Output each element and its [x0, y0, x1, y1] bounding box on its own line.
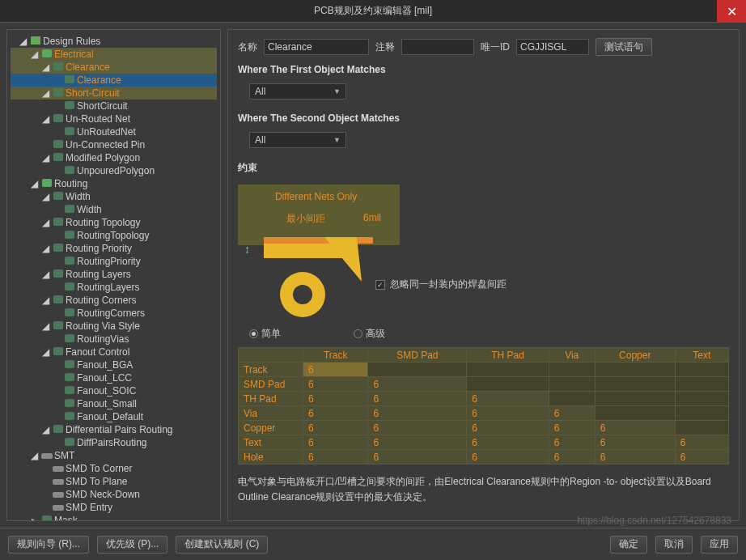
- tree-routing[interactable]: ◢Routing: [11, 177, 217, 190]
- pad-icon: [280, 272, 325, 317]
- tree-unconnected[interactable]: Un-Connected Pin: [11, 138, 217, 151]
- ok-button[interactable]: 确定: [610, 536, 647, 554]
- tree-width[interactable]: Width: [11, 203, 217, 216]
- comment-label: 注释: [375, 40, 395, 54]
- tree-layers-group[interactable]: ◢Routing Layers: [11, 268, 217, 281]
- tree-corners[interactable]: RoutingCorners: [11, 307, 217, 320]
- tree-width-group[interactable]: ◢Width: [11, 190, 217, 203]
- tree-fanout-bga[interactable]: Fanout_BGA: [11, 358, 217, 371]
- id-label: 唯一ID: [481, 40, 510, 54]
- advanced-radio[interactable]: 高级: [354, 327, 385, 341]
- clearance-matrix[interactable]: TrackSMD PadTH PadViaCopperText Track6 S…: [238, 347, 729, 465]
- tree-electrical[interactable]: ◢Electrical: [11, 48, 217, 61]
- tree-corners-group[interactable]: ◢Routing Corners: [11, 294, 217, 307]
- close-button[interactable]: ✕: [717, 0, 746, 23]
- cancel-button[interactable]: 取消: [655, 536, 693, 554]
- tree-fanout-group[interactable]: ◢Fanout Control: [11, 346, 217, 358]
- tree-diff-group[interactable]: ◢Differential Pairs Routing: [11, 423, 217, 436]
- arrow-icon: ↕: [244, 243, 250, 256]
- tree-root[interactable]: ◢Design Rules: [11, 35, 217, 48]
- tree-topo[interactable]: RoutingTopology: [11, 229, 217, 242]
- clearance-diagram: Different Nets Only 最小间距 6mil ↕ ✓ 忽略同一封装…: [238, 185, 729, 322]
- comment-input[interactable]: [401, 39, 474, 55]
- where-second-dropdown[interactable]: All▼: [249, 132, 346, 148]
- ignore-pad-checkbox[interactable]: ✓: [375, 280, 385, 290]
- diff-nets-label: Different Nets Only: [275, 191, 357, 202]
- window-title: PCB规则及约束编辑器 [mil]: [314, 4, 432, 18]
- test-button[interactable]: 测试语句: [596, 38, 652, 56]
- where-first-dropdown[interactable]: All▼: [249, 83, 346, 100]
- tree-modpoly[interactable]: UnpouredPolygon: [11, 164, 217, 177]
- detail-panel: 名称 注释 唯一ID 测试语句 Where The First Object M…: [227, 29, 740, 521]
- tree-prio-group[interactable]: ◢Routing Priority: [11, 242, 217, 255]
- tree-fanout-lcc[interactable]: Fanout_LCC: [11, 371, 217, 384]
- chevron-down-icon: ▼: [333, 136, 341, 144]
- tree-unrouted[interactable]: UnRoutedNet: [11, 125, 217, 138]
- tree-layers[interactable]: RoutingLayers: [11, 281, 217, 294]
- tree-short-group[interactable]: ◢Short-Circuit: [11, 87, 217, 100]
- tree-unrouted-group[interactable]: ◢Un-Routed Net: [11, 112, 217, 125]
- tree-smt-plane[interactable]: SMD To Plane: [11, 475, 217, 488]
- footnote-text: 电气对象与电路板开口/凹槽之间要求的间距，由Electrical Clearan…: [238, 474, 729, 505]
- tree-fanout-default[interactable]: Fanout_Default: [11, 410, 217, 423]
- min-clearance-label: 最小间距: [286, 212, 325, 226]
- min-clearance-value: 6mil: [363, 212, 381, 223]
- tree-clearance[interactable]: Clearance: [11, 74, 217, 87]
- rules-tree[interactable]: ◢Design Rules ◢Electrical ◢Clearance Cle…: [6, 29, 221, 521]
- constraints-label: 约束: [238, 161, 729, 175]
- id-input[interactable]: [516, 39, 589, 55]
- tree-short[interactable]: ShortCircuit: [11, 100, 217, 112]
- simple-radio[interactable]: 简单: [249, 327, 281, 341]
- tree-topo-group[interactable]: ◢Routing Topology: [11, 216, 217, 229]
- wizard-button[interactable]: 规则向导 (R)...: [8, 536, 89, 554]
- create-default-button[interactable]: 创建默认规则 (C): [176, 536, 268, 554]
- ignore-pad-label: 忽略同一封装内的焊盘间距: [390, 278, 507, 291]
- footer: 规则向导 (R)... 优先级 (P)... 创建默认规则 (C) 确定 取消 …: [0, 528, 746, 560]
- tree-fanout-soic[interactable]: Fanout_SOIC: [11, 384, 217, 397]
- name-input[interactable]: [264, 39, 369, 55]
- tree-clearance-group[interactable]: ◢Clearance: [11, 61, 217, 74]
- priority-button[interactable]: 优先级 (P)...: [97, 536, 167, 554]
- tree-modpoly-group[interactable]: ◢Modified Polygon: [11, 151, 217, 164]
- chevron-down-icon: ▼: [333, 87, 341, 95]
- tree-prio[interactable]: RoutingPriority: [11, 255, 217, 268]
- tree-diff[interactable]: DiffPairsRouting: [11, 436, 217, 449]
- tree-smt-neck[interactable]: SMD Neck-Down: [11, 488, 217, 501]
- name-label: 名称: [238, 40, 257, 54]
- where-second-label: Where The Second Object Matches: [238, 112, 729, 124]
- tree-smt[interactable]: ◢SMT: [11, 449, 217, 462]
- tree-fanout-small[interactable]: Fanout_Small: [11, 397, 217, 410]
- titlebar: PCB规则及约束编辑器 [mil] ✕: [0, 0, 746, 23]
- apply-button[interactable]: 应用: [701, 536, 738, 554]
- tree-smt-entry[interactable]: SMD Entry: [11, 501, 217, 514]
- tree-mask[interactable]: ▸Mask: [11, 514, 217, 521]
- tree-via-group[interactable]: ◢Routing Via Style: [11, 320, 217, 333]
- tree-via[interactable]: RoutingVias: [11, 333, 217, 346]
- where-first-label: Where The First Object Matches: [238, 64, 729, 75]
- tree-smt-corner[interactable]: SMD To Corner: [11, 462, 217, 475]
